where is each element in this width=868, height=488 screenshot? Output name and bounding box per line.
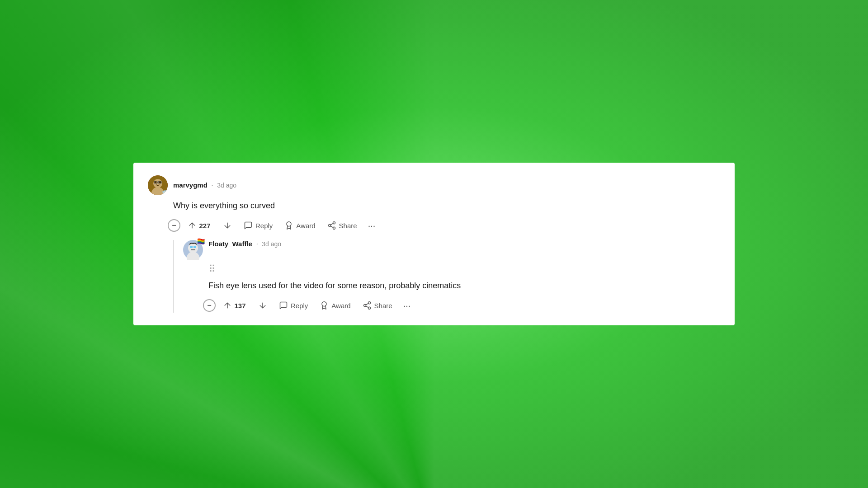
comment-1-header: 🛡️ marvygmd · 3d ago	[148, 175, 720, 195]
comment-1-body: Why is everything so curved	[173, 200, 720, 212]
svg-rect-19	[191, 249, 195, 250]
reply-button-1[interactable]: Reply	[239, 218, 277, 233]
comment-1: 🛡️ marvygmd · 3d ago Why is everything s…	[148, 175, 720, 313]
downvote-button-1[interactable]	[218, 218, 236, 233]
share-icon-2	[363, 301, 372, 310]
avatar-floaty-waffle: 🏳️‍🌈	[183, 240, 203, 260]
username-marvygmd: marvygmd	[173, 181, 208, 189]
reply-icon-1	[244, 221, 253, 230]
comment-1-action-bar: − 227	[168, 218, 720, 233]
svg-point-20	[322, 302, 326, 306]
upvote-button-2[interactable]: 137	[218, 298, 251, 313]
svg-point-23	[368, 307, 370, 309]
svg-point-21	[368, 302, 370, 304]
downvote-icon-2	[258, 301, 267, 310]
rainbow-badge: 🏳️‍🌈	[197, 238, 205, 244]
svg-line-13	[330, 223, 333, 225]
svg-point-10	[328, 225, 330, 227]
svg-line-24	[366, 306, 368, 307]
card-wrapper: 🛡️ marvygmd · 3d ago Why is everything s…	[133, 163, 735, 325]
comment-2-action-bar: − 137	[203, 298, 720, 313]
downvote-icon-1	[223, 221, 232, 230]
svg-rect-17	[190, 246, 193, 248]
reply-button-2[interactable]: Reply	[274, 298, 312, 313]
comment-2-meta: Floaty_Waffle · 3d ago	[208, 240, 281, 248]
award-icon-2	[320, 301, 329, 310]
award-button-1[interactable]: Award	[280, 218, 320, 233]
reply-icon-2	[279, 301, 288, 310]
upvote-icon-1	[188, 221, 197, 230]
collapse-button-1[interactable]: −	[168, 219, 180, 232]
svg-rect-18	[193, 246, 196, 248]
svg-line-12	[330, 226, 333, 227]
svg-point-9	[333, 222, 335, 224]
comment-card: 🛡️ marvygmd · 3d ago Why is everything s…	[133, 163, 735, 325]
award-label-1: Award	[296, 222, 315, 230]
award-button-2[interactable]: Award	[315, 298, 355, 313]
reply-container: 🏳️‍🌈 Floaty_Waffle · 3d ago ⠿ Fish eye l…	[173, 240, 720, 313]
share-label-2: Share	[374, 302, 392, 310]
vote-count-1: 227	[198, 222, 211, 230]
more-button-2[interactable]: ···	[400, 299, 415, 312]
comment-2-body: Fish eye lens used for the video for som…	[208, 280, 720, 292]
reply-label-2: Reply	[291, 302, 308, 310]
downvote-button-2[interactable]	[254, 298, 272, 313]
svg-line-25	[366, 303, 368, 305]
svg-point-22	[363, 305, 366, 307]
share-label-1: Share	[339, 222, 357, 230]
svg-point-11	[333, 227, 335, 229]
reply-sub-content: ⠿	[208, 263, 720, 275]
timestamp-2: 3d ago	[262, 240, 281, 248]
upvote-button-1[interactable]: 227	[183, 218, 216, 233]
award-label-2: Award	[331, 302, 350, 310]
loading-indicator: ⠿	[208, 263, 720, 275]
share-button-1[interactable]: Share	[323, 218, 362, 233]
comment-1-meta: marvygmd · 3d ago	[173, 181, 236, 189]
more-button-1[interactable]: ···	[364, 219, 379, 232]
comment-2-header: 🏳️‍🌈 Floaty_Waffle · 3d ago	[183, 240, 720, 260]
upvote-icon-2	[223, 301, 232, 310]
share-icon-1	[327, 221, 336, 230]
avatar-marvygmd: 🛡️	[148, 175, 168, 195]
collapse-button-2[interactable]: −	[203, 299, 216, 312]
avatar-badge-icon: 🛡️	[161, 190, 168, 195]
vote-count-2: 137	[234, 302, 246, 310]
reply-label-1: Reply	[255, 222, 273, 230]
share-button-2[interactable]: Share	[358, 298, 397, 313]
award-icon-1	[284, 221, 293, 230]
svg-point-8	[287, 222, 291, 226]
timestamp-1: 3d ago	[217, 182, 236, 189]
username-floaty-waffle: Floaty_Waffle	[208, 240, 252, 248]
